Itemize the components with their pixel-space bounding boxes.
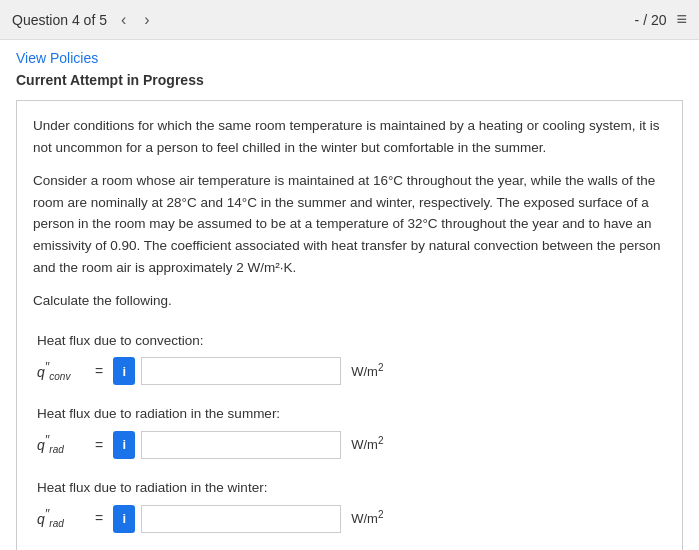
equals-2: = bbox=[95, 434, 103, 456]
var-label-1: q′′conv bbox=[37, 358, 85, 385]
header: Question 4 of 5 ‹ › - / 20 ≡ bbox=[0, 0, 699, 40]
input-section-3: Heat flux due to radiation in the winter… bbox=[33, 477, 666, 533]
unit-label-3: W/m2 bbox=[351, 507, 383, 530]
input-section-1: Heat flux due to convection: q′′conv = i… bbox=[33, 330, 666, 386]
info-button-3[interactable]: i bbox=[113, 505, 135, 533]
question-para3: Calculate the following. bbox=[33, 290, 666, 312]
question-label: Question 4 of 5 bbox=[12, 12, 107, 28]
answer-input-1[interactable] bbox=[141, 357, 341, 385]
answer-input-3[interactable] bbox=[141, 505, 341, 533]
var-label-3: q′′rad bbox=[37, 505, 85, 532]
unit-label-2: W/m2 bbox=[351, 433, 383, 456]
info-button-1[interactable]: i bbox=[113, 357, 135, 385]
view-policies-link[interactable]: View Policies bbox=[16, 50, 98, 66]
score-label: - / 20 bbox=[635, 12, 667, 28]
question-para1: Under conditions for which the same room… bbox=[33, 115, 666, 158]
info-button-2[interactable]: i bbox=[113, 431, 135, 459]
equals-1: = bbox=[95, 360, 103, 382]
content-area: View Policies Current Attempt in Progres… bbox=[0, 40, 699, 550]
unit-label-1: W/m2 bbox=[351, 360, 383, 383]
header-left: Question 4 of 5 ‹ › bbox=[12, 9, 154, 31]
question-para2: Consider a room whose air temperature is… bbox=[33, 170, 666, 278]
input-label-1: Heat flux due to convection: bbox=[37, 330, 666, 352]
input-label-3: Heat flux due to radiation in the winter… bbox=[37, 477, 666, 499]
input-row-1: q′′conv = i W/m2 bbox=[37, 357, 666, 385]
var-label-2: q′′rad bbox=[37, 431, 85, 458]
menu-icon[interactable]: ≡ bbox=[676, 9, 687, 30]
equals-3: = bbox=[95, 507, 103, 529]
prev-button[interactable]: ‹ bbox=[117, 9, 130, 31]
input-row-3: q′′rad = i W/m2 bbox=[37, 505, 666, 533]
next-button[interactable]: › bbox=[140, 9, 153, 31]
input-row-2: q′′rad = i W/m2 bbox=[37, 431, 666, 459]
answer-input-2[interactable] bbox=[141, 431, 341, 459]
input-label-2: Heat flux due to radiation in the summer… bbox=[37, 403, 666, 425]
input-section-2: Heat flux due to radiation in the summer… bbox=[33, 403, 666, 459]
header-right: - / 20 ≡ bbox=[635, 9, 687, 30]
question-box: Under conditions for which the same room… bbox=[16, 100, 683, 550]
current-attempt-label: Current Attempt in Progress bbox=[16, 72, 683, 88]
